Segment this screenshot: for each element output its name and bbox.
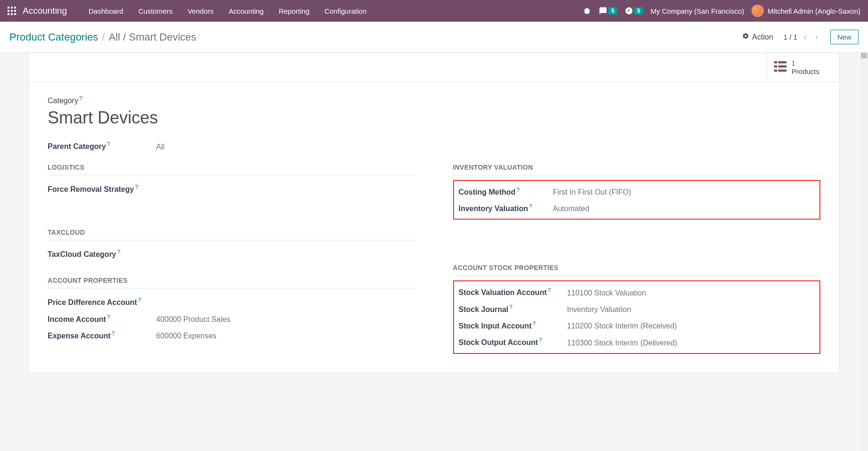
- control-bar: Product Categories / All / Smart Devices…: [0, 22, 868, 53]
- help-icon[interactable]: ?: [79, 95, 83, 102]
- svg-rect-0: [8, 7, 9, 8]
- section-taxcloud: TAXCLOUD: [48, 229, 415, 240]
- breadcrumb-current: All / Smart Devices: [108, 31, 196, 43]
- clock-icon[interactable]: 5: [625, 7, 643, 15]
- action-menu[interactable]: Action: [742, 33, 773, 41]
- chat-badge: 5: [608, 7, 617, 15]
- taxcloud-category-label: TaxCloud Category: [48, 250, 116, 258]
- form-sheet: 1 Products Category? Smart Devices Paren…: [28, 53, 840, 373]
- category-name[interactable]: Smart Devices: [48, 108, 820, 128]
- action-label: Action: [752, 33, 773, 41]
- svg-rect-8: [14, 13, 16, 15]
- expense-account-label: Expense Account: [48, 332, 111, 340]
- help-icon[interactable]: ?: [516, 187, 520, 193]
- nav-customers[interactable]: Customers: [131, 1, 180, 21]
- help-icon[interactable]: ?: [117, 249, 121, 255]
- help-icon[interactable]: ?: [107, 141, 110, 148]
- svg-rect-14: [778, 69, 786, 71]
- company-selector[interactable]: My Company (San Francisco): [651, 7, 744, 15]
- price-diff-label: Price Difference Account: [48, 299, 137, 307]
- highlight-box-stock: Stock Valuation Account? 110100 Stock Va…: [453, 280, 821, 353]
- help-icon[interactable]: ?: [138, 297, 141, 303]
- pager-text[interactable]: 1 / 1: [784, 33, 797, 41]
- chat-icon[interactable]: 5: [599, 7, 617, 15]
- income-account-label: Income Account: [48, 315, 106, 323]
- new-button[interactable]: New: [830, 30, 859, 44]
- user-name: Mitchell Admin (Anglo-Saxon): [768, 7, 860, 15]
- stock-journal-value[interactable]: Inventory Valuation: [567, 305, 631, 314]
- section-inventory-valuation: INVENTORY VALUATION: [453, 164, 821, 175]
- svg-rect-5: [14, 10, 16, 12]
- main-content: 1 Products Category? Smart Devices Paren…: [0, 53, 868, 451]
- scrollbar-up-icon[interactable]: [861, 53, 867, 58]
- section-account-properties: ACCOUNT PROPERTIES: [48, 277, 415, 288]
- category-field-label: Category: [48, 97, 78, 105]
- list-icon: [774, 61, 787, 74]
- breadcrumb: Product Categories / All / Smart Devices: [9, 31, 196, 43]
- section-logistics: LOGISTICS: [48, 164, 415, 175]
- expense-account-value[interactable]: 600000 Expenses: [156, 332, 216, 340]
- sheet-topbar: 1 Products: [29, 53, 839, 82]
- section-account-stock-properties: ACCOUNT STOCK PROPERTIES: [453, 264, 821, 276]
- stock-output-account-label: Stock Output Account: [459, 339, 538, 347]
- nav-accounting[interactable]: Accounting: [221, 1, 271, 21]
- scrollbar[interactable]: [860, 53, 868, 451]
- force-removal-label: Force Removal Strategy: [48, 185, 134, 193]
- stock-output-account-value[interactable]: 110300 Stock Interim (Delivered): [567, 339, 678, 347]
- costing-method-value[interactable]: First In First Out (FIFO): [553, 188, 631, 197]
- gear-icon: [742, 33, 749, 41]
- nav-right: 5 5 My Company (San Francisco) Mitchell …: [583, 5, 860, 17]
- inventory-valuation-value[interactable]: Automated: [553, 205, 589, 213]
- svg-rect-4: [11, 10, 13, 12]
- stock-input-account-value[interactable]: 110200 Stock Interim (Received): [567, 322, 677, 330]
- help-icon[interactable]: ?: [509, 304, 513, 311]
- nav-links: Dashboard Customers Vendors Accounting R…: [81, 1, 374, 21]
- svg-rect-1: [11, 7, 13, 8]
- nav-dashboard[interactable]: Dashboard: [81, 1, 131, 21]
- help-icon[interactable]: ?: [107, 314, 110, 320]
- stock-valuation-account-label: Stock Valuation Account: [459, 289, 547, 297]
- user-menu[interactable]: Mitchell Admin (Anglo-Saxon): [752, 5, 860, 17]
- inventory-valuation-label: Inventory Valuation: [459, 205, 529, 213]
- main-navbar: Accounting Dashboard Customers Vendors A…: [0, 0, 868, 22]
- nav-vendors[interactable]: Vendors: [180, 1, 221, 21]
- help-icon[interactable]: ?: [548, 287, 551, 294]
- parent-category-value[interactable]: All: [156, 143, 165, 151]
- apps-icon[interactable]: [8, 7, 16, 15]
- bug-icon[interactable]: [583, 7, 591, 15]
- svg-rect-7: [11, 13, 13, 15]
- help-icon[interactable]: ?: [539, 337, 542, 344]
- svg-rect-2: [14, 7, 16, 8]
- parent-category-label: Parent Category: [48, 143, 106, 151]
- help-icon[interactable]: ?: [135, 184, 138, 190]
- pager-next-icon[interactable]: ›: [813, 32, 820, 42]
- svg-rect-3: [8, 10, 9, 12]
- avatar: [752, 5, 764, 17]
- right-column: INVENTORY VALUATION Costing Method? Firs…: [453, 164, 821, 354]
- costing-method-label: Costing Method: [459, 188, 516, 196]
- pager-prev-icon[interactable]: ‹: [802, 32, 809, 42]
- clock-badge: 5: [634, 7, 643, 15]
- breadcrumb-root[interactable]: Product Categories: [9, 31, 98, 43]
- app-brand[interactable]: Accounting: [23, 6, 67, 16]
- stock-journal-label: Stock Journal: [459, 305, 509, 313]
- help-icon[interactable]: ?: [529, 203, 532, 210]
- products-stat-button[interactable]: 1 Products: [767, 53, 826, 82]
- nav-configuration[interactable]: Configuration: [317, 1, 374, 21]
- svg-rect-11: [774, 65, 777, 67]
- nav-reporting[interactable]: Reporting: [271, 1, 317, 21]
- svg-rect-6: [8, 13, 9, 15]
- products-count: 1: [792, 59, 819, 67]
- help-icon[interactable]: ?: [112, 330, 115, 337]
- svg-rect-10: [778, 61, 786, 63]
- stock-valuation-account-value[interactable]: 110100 Stock Valuation: [567, 289, 646, 297]
- stock-input-account-label: Stock Input Account: [459, 322, 532, 330]
- breadcrumb-separator: /: [102, 31, 105, 43]
- left-column: LOGISTICS Force Removal Strategy? TAXCLO…: [48, 164, 415, 354]
- svg-rect-9: [774, 61, 777, 63]
- highlight-box-valuation: Costing Method? First In First Out (FIFO…: [453, 180, 821, 220]
- help-icon[interactable]: ?: [532, 320, 536, 327]
- income-account-value[interactable]: 400000 Product Sales: [156, 315, 230, 324]
- products-label: Products: [792, 67, 819, 76]
- svg-rect-12: [778, 65, 786, 67]
